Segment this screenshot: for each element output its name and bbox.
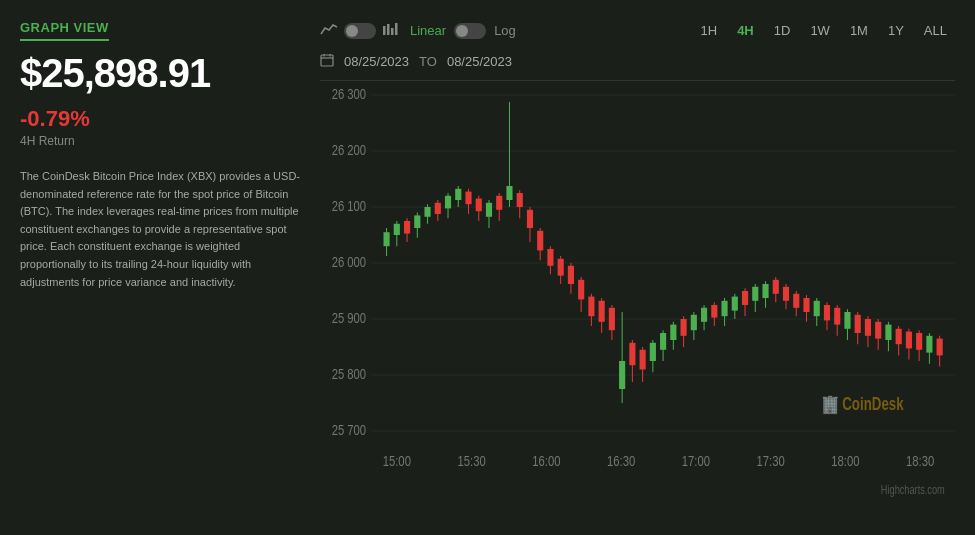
svg-rect-121: [844, 312, 850, 329]
svg-rect-41: [435, 203, 441, 214]
calendar-icon: [320, 53, 334, 70]
chart-area: 26 300 26 200 26 100 26 000 25 900 25 80…: [320, 80, 955, 515]
svg-rect-63: [547, 249, 553, 266]
to-separator: TO: [419, 54, 437, 69]
svg-text:25 800: 25 800: [332, 366, 366, 383]
svg-rect-99: [732, 297, 738, 311]
svg-rect-125: [865, 319, 871, 336]
svg-rect-91: [691, 315, 697, 330]
price-change: -0.79%: [20, 106, 300, 132]
svg-text:17:00: 17:00: [682, 452, 710, 469]
time-btn-1h[interactable]: 1H: [693, 20, 726, 41]
svg-rect-75: [609, 308, 615, 330]
svg-text:26 100: 26 100: [332, 198, 366, 215]
svg-rect-101: [742, 291, 748, 305]
svg-rect-107: [773, 280, 779, 294]
current-price: $25,898.91: [20, 51, 300, 96]
svg-rect-61: [537, 231, 543, 251]
svg-rect-103: [752, 287, 758, 301]
svg-text:26 300: 26 300: [332, 86, 366, 103]
line-chart-icon: [320, 22, 338, 40]
svg-rect-95: [711, 305, 717, 318]
svg-rect-87: [670, 325, 676, 340]
svg-rect-51: [486, 203, 492, 217]
svg-rect-69: [578, 280, 584, 300]
svg-rect-49: [476, 199, 482, 212]
svg-rect-117: [824, 305, 830, 320]
svg-rect-47: [465, 192, 471, 205]
svg-text:15:00: 15:00: [383, 452, 411, 469]
svg-rect-55: [506, 186, 512, 200]
time-btn-1m[interactable]: 1M: [842, 20, 876, 41]
time-btn-1y[interactable]: 1Y: [880, 20, 912, 41]
svg-rect-59: [527, 210, 533, 228]
time-range-buttons[interactable]: 1H 4H 1D 1W 1M 1Y ALL: [693, 20, 955, 41]
svg-text:16:30: 16:30: [607, 452, 635, 469]
svg-rect-0: [383, 26, 386, 35]
svg-rect-79: [629, 343, 635, 365]
svg-text:18:30: 18:30: [906, 452, 934, 469]
svg-rect-53: [496, 196, 502, 210]
log-toggle[interactable]: [454, 23, 486, 39]
svg-text:26 000: 26 000: [332, 254, 366, 271]
svg-rect-137: [926, 336, 932, 353]
svg-rect-89: [681, 319, 687, 336]
svg-rect-31: [384, 232, 390, 246]
svg-rect-127: [875, 322, 881, 339]
time-btn-1d[interactable]: 1D: [766, 20, 799, 41]
svg-text:Highcharts.com: Highcharts.com: [881, 483, 945, 497]
svg-rect-135: [916, 333, 922, 350]
chart-type-selector[interactable]: [320, 22, 398, 40]
linear-log-selector[interactable]: Linear Log: [410, 23, 516, 39]
return-label: 4H Return: [20, 134, 300, 148]
svg-rect-139: [937, 339, 943, 356]
svg-rect-33: [394, 224, 400, 235]
svg-rect-65: [558, 259, 564, 276]
svg-text:16:00: 16:00: [532, 452, 560, 469]
svg-rect-35: [404, 221, 410, 234]
svg-text:25 900: 25 900: [332, 310, 366, 327]
svg-text:25 700: 25 700: [332, 422, 366, 439]
svg-rect-37: [414, 215, 420, 228]
svg-rect-4: [321, 55, 333, 66]
svg-rect-109: [783, 287, 789, 301]
svg-rect-133: [906, 332, 912, 349]
svg-rect-81: [640, 350, 646, 370]
date-to: 08/25/2023: [447, 54, 512, 69]
svg-text:26 200: 26 200: [332, 142, 366, 159]
svg-rect-43: [445, 196, 451, 209]
time-btn-1w[interactable]: 1W: [802, 20, 838, 41]
time-btn-all[interactable]: ALL: [916, 20, 955, 41]
svg-rect-129: [885, 325, 891, 340]
svg-rect-105: [762, 284, 768, 298]
svg-rect-123: [855, 315, 861, 333]
description-text: The CoinDesk Bitcoin Price Index (XBX) p…: [20, 168, 300, 291]
date-from: 08/25/2023: [344, 54, 409, 69]
linear-label: Linear: [410, 23, 446, 38]
svg-rect-111: [793, 294, 799, 308]
chart-type-toggle[interactable]: [344, 23, 376, 39]
svg-rect-131: [896, 329, 902, 344]
svg-rect-1: [387, 24, 390, 35]
svg-rect-3: [395, 23, 398, 35]
svg-rect-119: [834, 308, 840, 325]
svg-rect-45: [455, 189, 461, 200]
time-btn-4h[interactable]: 4H: [729, 20, 762, 41]
date-range-selector[interactable]: 08/25/2023 TO 08/25/2023: [320, 53, 955, 70]
graph-view-label: Graph View: [20, 20, 109, 41]
svg-rect-93: [701, 308, 707, 322]
svg-text:18:00: 18:00: [831, 452, 859, 469]
svg-text:17:30: 17:30: [757, 452, 785, 469]
svg-rect-39: [424, 207, 430, 217]
svg-text:15:30: 15:30: [457, 452, 485, 469]
bar-chart-icon: [382, 22, 398, 40]
svg-rect-113: [803, 298, 809, 312]
svg-rect-77: [619, 361, 625, 389]
svg-text:🏢 CoinDesk: 🏢 CoinDesk: [822, 393, 904, 415]
svg-rect-85: [660, 333, 666, 350]
svg-rect-71: [588, 297, 594, 317]
svg-rect-115: [814, 301, 820, 316]
svg-rect-57: [517, 193, 523, 207]
svg-rect-97: [721, 301, 727, 316]
svg-rect-73: [599, 301, 605, 322]
